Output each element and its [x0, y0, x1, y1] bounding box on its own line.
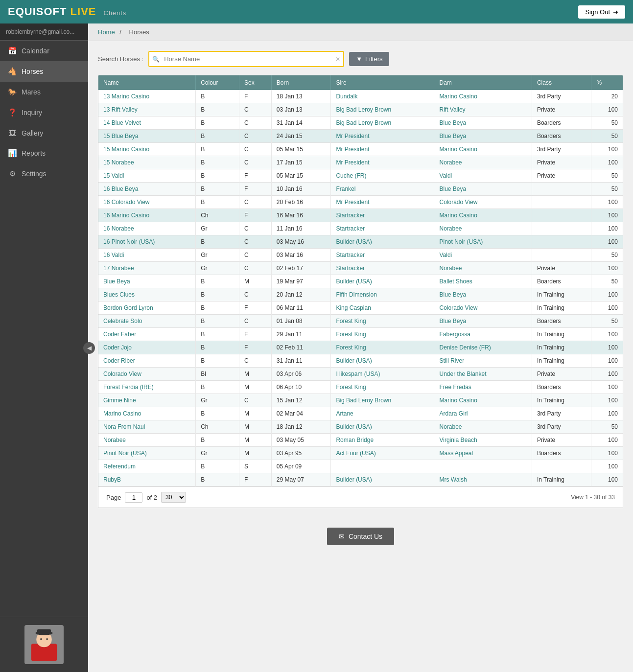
- breadcrumb-home[interactable]: Home: [98, 28, 115, 36]
- sidebar-item-inquiry[interactable]: ❓ Inquiry: [0, 102, 88, 123]
- sidebar-item-settings[interactable]: ⚙ Settings: [0, 163, 88, 184]
- cell-dam[interactable]: Norabee: [434, 420, 532, 434]
- cell-name[interactable]: Blue Beya: [98, 275, 196, 288]
- cell-dam[interactable]: Rift Valley: [434, 103, 532, 116]
- cell-dam[interactable]: Mrs Walsh: [434, 473, 532, 487]
- cell-sire[interactable]: Act Four (USA): [331, 447, 434, 460]
- cell-sire[interactable]: Forest King: [331, 341, 434, 354]
- cell-sire[interactable]: Big Bad Leroy Brown: [331, 394, 434, 407]
- cell-name[interactable]: Colorado View: [98, 368, 196, 381]
- cell-name[interactable]: RubyB: [98, 473, 196, 487]
- cell-dam[interactable]: Virginia Beach: [434, 434, 532, 447]
- cell-name[interactable]: 16 Blue Beya: [98, 183, 196, 196]
- cell-dam[interactable]: Colorado View: [434, 301, 532, 315]
- cell-name[interactable]: 13 Marino Casino: [98, 90, 196, 103]
- cell-dam[interactable]: Valdi: [434, 169, 532, 183]
- cell-name[interactable]: Coder Riber: [98, 354, 196, 368]
- sidebar-item-mares[interactable]: 🐎 Mares: [0, 82, 88, 102]
- cell-dam[interactable]: Blue Beya: [434, 130, 532, 143]
- cell-dam[interactable]: Marino Casino: [434, 143, 532, 156]
- cell-sire[interactable]: Mr President: [331, 143, 434, 156]
- cell-dam[interactable]: Blue Beya: [434, 183, 532, 196]
- cell-name[interactable]: Nora From Naul: [98, 420, 196, 434]
- cell-dam[interactable]: Marino Casino: [434, 90, 532, 103]
- cell-sire[interactable]: Builder (USA): [331, 420, 434, 434]
- cell-dam[interactable]: Blue Beya: [434, 116, 532, 130]
- cell-dam[interactable]: Still River: [434, 354, 532, 368]
- cell-name[interactable]: 16 Norabee: [98, 222, 196, 235]
- cell-name[interactable]: Marino Casino: [98, 407, 196, 420]
- cell-dam[interactable]: Valdi: [434, 249, 532, 262]
- cell-sire[interactable]: Artane: [331, 407, 434, 420]
- filters-button[interactable]: ▼ Filters: [349, 52, 389, 66]
- cell-dam[interactable]: Colorado View: [434, 196, 532, 209]
- cell-sire[interactable]: Builder (USA): [331, 235, 434, 249]
- cell-sire[interactable]: King Caspian: [331, 301, 434, 315]
- cell-dam[interactable]: Ardara Girl: [434, 407, 532, 420]
- cell-sire[interactable]: Forest King: [331, 328, 434, 341]
- cell-sire[interactable]: Frankel: [331, 183, 434, 196]
- cell-dam[interactable]: Free Fredas: [434, 381, 532, 394]
- cell-sire[interactable]: Startracker: [331, 222, 434, 235]
- cell-sire[interactable]: Startracker: [331, 262, 434, 275]
- cell-sire[interactable]: Builder (USA): [331, 473, 434, 487]
- cell-name[interactable]: Referendum: [98, 460, 196, 473]
- cell-sire[interactable]: Startracker: [331, 209, 434, 222]
- cell-sire[interactable]: Fifth Dimension: [331, 288, 434, 301]
- cell-name[interactable]: 15 Marino Casino: [98, 143, 196, 156]
- cell-dam[interactable]: Under the Blanket: [434, 368, 532, 381]
- cell-dam[interactable]: Mass Appeal: [434, 447, 532, 460]
- cell-name[interactable]: 16 Colorado View: [98, 196, 196, 209]
- cell-dam[interactable]: Pinot Noir (USA): [434, 235, 532, 249]
- cell-dam[interactable]: Marino Casino: [434, 394, 532, 407]
- contact-us-button[interactable]: ✉ Contact Us: [327, 528, 394, 545]
- sidebar-item-horses[interactable]: 🐴 Horses: [0, 61, 88, 82]
- cell-dam[interactable]: Fabergossa: [434, 328, 532, 341]
- cell-name[interactable]: Coder Faber: [98, 328, 196, 341]
- per-page-select[interactable]: 30 50 100: [161, 492, 186, 503]
- sign-out-button[interactable]: Sign Out ➜: [578, 5, 625, 19]
- sidebar-item-calendar[interactable]: 📅 Calendar: [0, 41, 88, 61]
- sidebar-item-gallery[interactable]: 🖼 Gallery: [0, 123, 88, 143]
- clear-search-icon[interactable]: ✕: [335, 56, 340, 63]
- cell-name[interactable]: Coder Jojo: [98, 341, 196, 354]
- cell-sire[interactable]: Cuche (FR): [331, 169, 434, 183]
- cell-name[interactable]: 13 Rift Valley: [98, 103, 196, 116]
- cell-sire[interactable]: Dundalk: [331, 90, 434, 103]
- cell-sire[interactable]: Forest King: [331, 381, 434, 394]
- cell-name[interactable]: 15 Blue Beya: [98, 130, 196, 143]
- cell-name[interactable]: Gimme Nine: [98, 394, 196, 407]
- cell-sire[interactable]: I likespam (USA): [331, 368, 434, 381]
- cell-sire[interactable]: Mr President: [331, 130, 434, 143]
- cell-sire[interactable]: Builder (USA): [331, 354, 434, 368]
- cell-dam[interactable]: Ballet Shoes: [434, 275, 532, 288]
- cell-dam[interactable]: Norabee: [434, 222, 532, 235]
- cell-sire[interactable]: Big Bad Leroy Brown: [331, 103, 434, 116]
- cell-name[interactable]: 16 Marino Casino: [98, 209, 196, 222]
- cell-sire[interactable]: Builder (USA): [331, 275, 434, 288]
- cell-name[interactable]: 15 Valdi: [98, 169, 196, 183]
- cell-name[interactable]: Celebrate Solo: [98, 315, 196, 328]
- cell-dam[interactable]: Blue Beya: [434, 288, 532, 301]
- cell-sire[interactable]: Forest King: [331, 315, 434, 328]
- search-input[interactable]: [148, 51, 344, 67]
- cell-name[interactable]: Forest Ferdia (IRE): [98, 381, 196, 394]
- cell-dam[interactable]: Norabee: [434, 156, 532, 169]
- cell-name[interactable]: Blues Clues: [98, 288, 196, 301]
- cell-name[interactable]: 16 Pinot Noir (USA): [98, 235, 196, 249]
- cell-dam[interactable]: Denise Denise (FR): [434, 341, 532, 354]
- cell-name[interactable]: Pinot Noir (USA): [98, 447, 196, 460]
- cell-sire[interactable]: Big Bad Leroy Brown: [331, 116, 434, 130]
- cell-sire[interactable]: Mr President: [331, 196, 434, 209]
- cell-dam[interactable]: Blue Beya: [434, 315, 532, 328]
- cell-dam[interactable]: Norabee: [434, 262, 532, 275]
- cell-sire[interactable]: Mr President: [331, 156, 434, 169]
- cell-sire[interactable]: Startracker: [331, 249, 434, 262]
- cell-dam[interactable]: Marino Casino: [434, 209, 532, 222]
- cell-name[interactable]: 17 Norabee: [98, 262, 196, 275]
- cell-name[interactable]: 14 Blue Velvet: [98, 116, 196, 130]
- sidebar-toggle[interactable]: ◀: [83, 342, 95, 354]
- cell-name[interactable]: Norabee: [98, 434, 196, 447]
- cell-name[interactable]: Bordon Gord Lyron: [98, 301, 196, 315]
- cell-sire[interactable]: Roman Bridge: [331, 434, 434, 447]
